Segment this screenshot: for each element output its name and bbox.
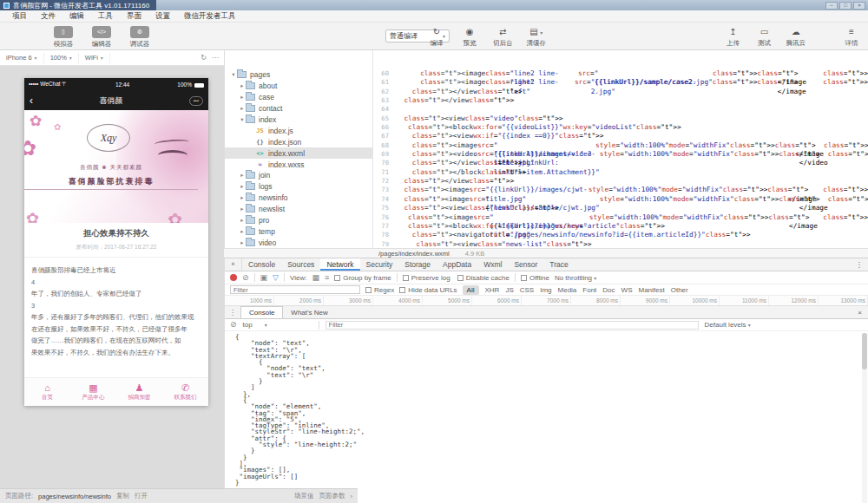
devtools-tab-appdata[interactable]: AppData xyxy=(437,258,477,271)
throttling-select[interactable]: No throttling ▾ xyxy=(555,274,596,282)
close-icon[interactable]: × xyxy=(852,306,868,318)
clear-console-icon[interactable]: ⊘ xyxy=(230,321,237,329)
tabbar-item-people[interactable]: ♟ 招商加盟 xyxy=(116,378,162,406)
tabbar-item-call[interactable]: ✆ 联系我们 xyxy=(162,378,208,406)
toolbar-button-cache[interactable]: ▤ ▾ 清缓存 xyxy=(527,26,547,48)
devtools-tab-trace[interactable]: Trace xyxy=(543,258,574,271)
tree-item[interactable]: ▸ pro xyxy=(225,215,372,226)
filter-funnel-icon[interactable]: ▽ xyxy=(273,274,279,282)
tree-item[interactable]: {} index.json xyxy=(225,136,372,147)
code-editor[interactable]: 60 class="t"><image class="line2 line-ri… xyxy=(373,50,868,248)
menu-item[interactable]: 项目 xyxy=(5,11,34,22)
checkbox-preserve-log[interactable]: Preserve log xyxy=(403,274,450,282)
copy-button[interactable]: 复制 xyxy=(116,492,129,500)
tree-item[interactable]: ▸ temp xyxy=(225,225,372,237)
tree-item[interactable]: ▸ newslist xyxy=(225,204,372,215)
tree-item[interactable]: ▸ join xyxy=(225,170,372,181)
toolbar-button-phone-simulator[interactable]: ▯ 模拟器 xyxy=(48,26,79,49)
toolbar-button-refresh[interactable]: ↻ 编译 xyxy=(427,26,446,48)
clear-icon[interactable]: ⊘ xyxy=(242,274,249,282)
tabbar-item-home[interactable]: ⌂ 首页 xyxy=(24,378,70,406)
filter-type-manifest[interactable]: Manifest xyxy=(638,286,664,294)
regex-checkbox[interactable]: Regex xyxy=(365,286,394,294)
tree-item[interactable]: ▾ pages xyxy=(225,69,372,81)
menu-item[interactable]: 微信开发者工具 xyxy=(177,11,243,22)
phone-simulator[interactable]: ••••• WeChat 〒 12:44 100% ‹ 喜俏颜 ••• ✿ ✿ … xyxy=(24,78,208,406)
window-controls[interactable]: –□× xyxy=(825,2,868,10)
scrollbar[interactable] xyxy=(862,333,867,503)
devtools-tab-security[interactable]: Security xyxy=(360,258,399,271)
filter-type-img[interactable]: Img xyxy=(540,286,551,294)
menu-item[interactable]: 设置 xyxy=(148,11,177,22)
menu-item[interactable]: 工具 xyxy=(91,11,120,22)
devtools-tab-storage[interactable]: Storage xyxy=(398,258,437,271)
tree-item[interactable]: ▸ contact xyxy=(225,103,372,114)
tree-item[interactable]: ≈ index.wxss xyxy=(225,159,372,170)
more-icon[interactable]: ⋯ xyxy=(212,54,219,62)
filter-type-other[interactable]: Other xyxy=(671,286,688,294)
filter-type-css[interactable]: CSS xyxy=(520,286,534,294)
toolbar-button-eye[interactable]: ◉ 预览 xyxy=(460,26,479,48)
toolbar-button-bug-debugger[interactable]: ⚙ 调试器 xyxy=(124,26,155,49)
tree-item[interactable]: ▸ logs xyxy=(225,181,372,193)
device-select[interactable]: iPhone 6▾ xyxy=(0,53,44,63)
console-filter-input[interactable] xyxy=(326,321,699,330)
tree-item[interactable]: ▸ video xyxy=(225,237,372,248)
console-output[interactable]: { "node": "text", "text": "\r", "textArr… xyxy=(225,331,868,503)
open-button[interactable]: 打开 xyxy=(135,492,148,500)
filter-type-js[interactable]: JS xyxy=(505,286,513,294)
toolbar-button-switch[interactable]: ⇄ 切后台 xyxy=(493,26,513,48)
tree-item[interactable]: ▾ index xyxy=(225,114,372,126)
screenshot-icon[interactable]: ▣ xyxy=(260,274,268,282)
filter-type-all[interactable]: All xyxy=(463,285,479,295)
toolbar-button-upload[interactable]: ↥ 上传 xyxy=(724,26,743,48)
toolbar-button-details[interactable]: ≡ 详情 xyxy=(842,26,861,48)
inspect-cursor-icon[interactable]: ⌖ xyxy=(225,258,242,271)
record-button[interactable] xyxy=(230,274,237,281)
list-view-icon[interactable]: ≡ xyxy=(325,274,329,282)
devtools-tab-sources[interactable]: Sources xyxy=(281,258,320,271)
tree-item[interactable]: ▸ about xyxy=(225,81,372,92)
menu-item[interactable]: 编辑 xyxy=(62,11,91,22)
context-select[interactable]: top ▾ xyxy=(243,321,312,329)
wechat-menu-button[interactable]: ••• xyxy=(189,96,203,106)
toolbar-button-code-editor[interactable]: </> 编辑器 xyxy=(86,26,117,49)
devtools-tab-network[interactable]: Network xyxy=(320,258,359,271)
scene-value-button[interactable]: 场景值 xyxy=(294,492,314,500)
expand-icon[interactable]: › xyxy=(351,493,353,500)
window-control-button[interactable]: – xyxy=(825,2,838,10)
window-control-button[interactable]: □ xyxy=(839,2,852,10)
rotate-icon[interactable]: ↻ xyxy=(201,54,207,62)
hide-data-urls-checkbox[interactable]: Hide data URLs xyxy=(399,286,457,294)
zoom-select[interactable]: 100%▾ xyxy=(44,53,79,63)
kebab-icon[interactable]: ⋮ xyxy=(225,306,240,318)
network-select[interactable]: WiFi▾ xyxy=(79,53,110,63)
devtools-tab-sensor[interactable]: Sensor xyxy=(508,258,543,271)
grid-view-icon[interactable]: ▦ xyxy=(312,274,319,282)
tree-item[interactable]: ▸ newsinfo xyxy=(225,193,372,204)
tree-item[interactable]: JS index.js xyxy=(225,125,372,136)
kebab-icon[interactable]: ⋮ xyxy=(851,258,868,271)
console-tab[interactable]: What's New xyxy=(283,306,335,318)
devtools-tab-wxml[interactable]: Wxml xyxy=(477,258,508,271)
filter-type-ws[interactable]: WS xyxy=(621,286,633,294)
tree-item[interactable]: ▸ case xyxy=(225,92,372,103)
log-levels-select[interactable]: Default levels ▾ xyxy=(705,321,751,329)
checkbox-disable-cache[interactable]: Disable cache xyxy=(457,274,510,282)
filter-type-xhr[interactable]: XHR xyxy=(485,286,500,294)
window-control-button[interactable]: × xyxy=(853,2,865,10)
tabbar-item-grid[interactable]: ▦ 产品中心 xyxy=(70,378,116,406)
devtools-tab-console[interactable]: Console xyxy=(242,258,281,271)
menu-item[interactable]: 界面 xyxy=(120,11,148,22)
filter-type-doc[interactable]: Doc xyxy=(602,286,615,294)
toolbar-button-cloud[interactable]: ☁ 腾讯云 xyxy=(786,26,806,48)
toolbar-button-test[interactable]: ▭ 测试 xyxy=(755,26,774,48)
checkbox-offline[interactable]: Offline xyxy=(521,274,549,282)
tree-item[interactable]: <> index.wxml xyxy=(225,147,372,159)
menu-item[interactable]: 文件 xyxy=(34,11,62,22)
filter-type-font[interactable]: Font xyxy=(582,286,596,294)
console-tab[interactable]: Console xyxy=(240,306,283,318)
filter-type-media[interactable]: Media xyxy=(558,286,577,294)
checkbox-group-by-frame[interactable]: Group by frame xyxy=(334,274,391,282)
network-filter-input[interactable] xyxy=(230,285,360,294)
